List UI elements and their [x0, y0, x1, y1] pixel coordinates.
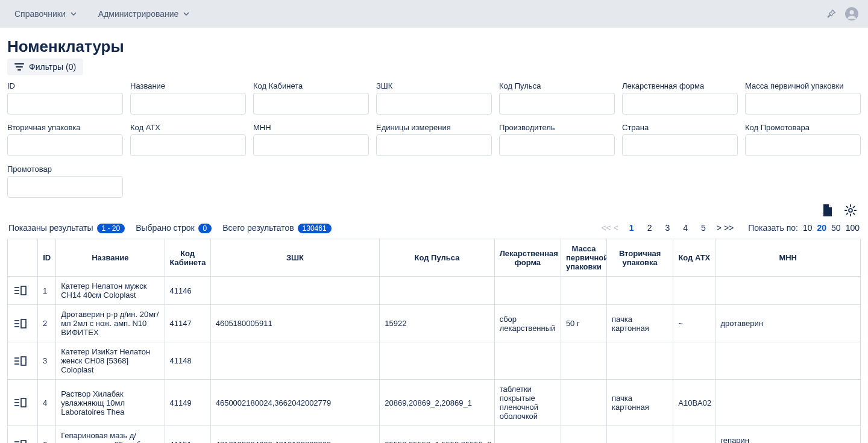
cell-pulse: 20869,20869_2,20869_1: [380, 380, 494, 426]
grid-header-atx[interactable]: Код АТХ: [673, 239, 715, 277]
table-row: 6Гепариновая мазь д/наружн. прим. 25г ту…: [8, 426, 861, 444]
svg-rect-11: [21, 357, 26, 365]
table-row: 1Катетер Нелатон мужск CH14 40см Colopla…: [8, 277, 861, 305]
cell-mnn: гепарин натрия+бензокаин+бензилникотинат: [715, 426, 861, 444]
cell-form: [494, 342, 561, 380]
filters-button[interactable]: Фильтры (0): [7, 58, 83, 75]
cell-mass: [561, 342, 606, 380]
filter-label-pulse: Код Пульса: [499, 81, 615, 90]
grid-header-name[interactable]: Название: [56, 239, 165, 277]
cell-id: 6: [38, 426, 56, 444]
cell-atx: [673, 426, 715, 444]
filter-input-promocode[interactable]: [745, 134, 861, 156]
pager-next[interactable]: > >>: [714, 222, 736, 234]
cell-pack: пачка картонная: [607, 380, 673, 426]
filter-label-kab: Код Кабинета: [253, 81, 369, 90]
filter-label-zshk: ЗШК: [376, 81, 492, 90]
cell-pulse: [380, 277, 494, 305]
settings-button[interactable]: [844, 204, 857, 217]
pager-page-5[interactable]: 5: [696, 222, 711, 234]
pager-page-2[interactable]: 2: [643, 222, 657, 234]
chevron-down-icon: [183, 11, 189, 17]
svg-point-1: [850, 10, 854, 14]
filter-input-manuf[interactable]: [499, 134, 615, 156]
pager-page-3[interactable]: 3: [660, 222, 675, 234]
grid-header-id[interactable]: ID: [38, 239, 56, 277]
grid-header-actions: [8, 239, 38, 277]
cell-form: [494, 426, 561, 444]
filter-icon: [14, 63, 24, 71]
per-page-10[interactable]: 10: [803, 223, 813, 233]
grid-header-pulse[interactable]: Код Пульса: [380, 239, 494, 277]
cell-pack: [607, 277, 673, 305]
filter-input-pack[interactable]: [7, 134, 123, 156]
menu-administration-label: Администрирование: [98, 9, 179, 19]
filter-input-zshk[interactable]: [376, 93, 492, 115]
pager-page-1[interactable]: 1: [624, 222, 639, 234]
cell-id: 1: [38, 277, 56, 305]
cell-name: Раствор Хилабак увлажняющ 10мл Laboratoi…: [56, 380, 165, 426]
cell-name: Катетер ИзиКэт Нелатон женск CH08 [5368]…: [56, 342, 165, 380]
filter-label-form: Лекарственная форма: [622, 81, 738, 90]
cell-zshk: 4605180005911: [210, 305, 380, 342]
per-page: Показать по: 10 20 50 100: [748, 223, 860, 233]
pager-page-4[interactable]: 4: [678, 222, 693, 234]
svg-rect-15: [21, 398, 26, 407]
svg-rect-7: [21, 319, 26, 328]
grid-header-pack[interactable]: Вторичная упаковка: [607, 239, 673, 277]
filter-label-promo: Промотовар: [7, 165, 123, 174]
cell-pack: пачка картонная: [607, 305, 673, 342]
filter-input-kab[interactable]: [253, 93, 369, 115]
pin-icon[interactable]: [821, 4, 841, 24]
svg-rect-19: [21, 441, 26, 444]
chevron-down-icon: [71, 11, 77, 17]
filter-input-pulse[interactable]: [499, 93, 615, 115]
filter-input-promo[interactable]: [7, 176, 123, 198]
row-open-button[interactable]: [13, 316, 28, 331]
grid-header-mnn[interactable]: МНН: [715, 239, 861, 277]
cell-form: таблетки покрытые пленочной оболочкой: [494, 380, 561, 426]
data-grid: ID Название Код Кабинета ЗШК Код Пульса …: [7, 239, 861, 443]
row-open-button[interactable]: [13, 395, 28, 410]
filter-label-atx: Код АТХ: [130, 123, 246, 132]
rows-selected-pill: 0: [198, 224, 212, 233]
grid-header-mass[interactable]: Масса первичной упаковки: [561, 239, 606, 277]
row-open-button[interactable]: [13, 353, 28, 369]
per-page-20[interactable]: 20: [817, 223, 826, 233]
filter-input-mass[interactable]: [745, 93, 861, 115]
per-page-50[interactable]: 50: [831, 223, 841, 233]
filter-input-mnn[interactable]: [253, 134, 369, 156]
user-avatar-icon[interactable]: [841, 4, 862, 24]
cell-mass: 50 г: [561, 305, 606, 342]
cell-pulse: [380, 342, 494, 380]
row-open-button[interactable]: [13, 283, 28, 298]
grid-header-kab[interactable]: Код Кабинета: [165, 239, 210, 277]
per-page-label: Показать по:: [748, 223, 798, 233]
table-row: 2Дротаверин р-р д/ин. 20мг/мл 2мл с нож.…: [8, 305, 861, 342]
table-row: 4Раствор Хилабак увлажняющ 10мл Laborato…: [8, 380, 861, 426]
filter-input-form[interactable]: [622, 93, 738, 115]
grid-header-form[interactable]: Лекарственная форма: [494, 239, 561, 277]
cell-id: 2: [38, 305, 56, 342]
filter-input-id[interactable]: [7, 93, 123, 115]
filter-label-name: Название: [130, 81, 246, 90]
filter-input-atx[interactable]: [130, 134, 246, 156]
grid-header-row: ID Название Код Кабинета ЗШК Код Пульса …: [8, 239, 861, 277]
menu-administration[interactable]: Администрирование: [90, 4, 198, 24]
cell-name: Дротаверин р-р д/ин. 20мг/мл 2мл с нож. …: [56, 305, 165, 342]
grid-header-zshk[interactable]: ЗШК: [210, 239, 380, 277]
new-document-button[interactable]: [822, 204, 833, 217]
filter-input-name[interactable]: [130, 93, 246, 115]
pager: << < 1 2 3 4 5 > >>: [599, 222, 736, 234]
row-open-button[interactable]: [13, 437, 28, 444]
cell-zshk: [210, 277, 380, 305]
per-page-100[interactable]: 100: [846, 223, 860, 233]
cell-kab: 41151: [165, 426, 210, 444]
cell-name: Гепариновая мазь д/наружн. прим. 25г туб…: [56, 426, 165, 444]
menu-references[interactable]: Справочники: [6, 4, 85, 24]
filter-label-pack: Вторичная упаковка: [7, 123, 123, 132]
pager-prev: << <: [599, 222, 620, 234]
filter-label-manuf: Производитель: [499, 123, 615, 132]
filter-input-unit[interactable]: [376, 134, 492, 156]
filter-input-country[interactable]: [622, 134, 738, 156]
